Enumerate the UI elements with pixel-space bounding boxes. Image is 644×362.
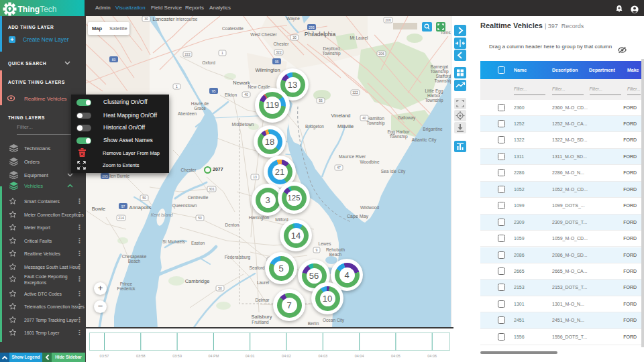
svg-text:301: 301 xyxy=(209,187,215,191)
svg-text:206: 206 xyxy=(378,52,384,56)
svg-text:Harrington: Harrington xyxy=(249,215,270,221)
svg-text:Ocean City: Ocean City xyxy=(323,318,345,323)
svg-text:Laurel: Laurel xyxy=(257,280,270,285)
svg-text:95: 95 xyxy=(275,60,279,64)
svg-text:97: 97 xyxy=(121,204,125,208)
svg-text:Denton: Denton xyxy=(225,223,239,227)
svg-text:Harbor: Harbor xyxy=(427,93,441,98)
svg-text:95: 95 xyxy=(212,89,216,93)
svg-text:Bowie: Bowie xyxy=(92,206,105,212)
svg-text:04:02: 04:02 xyxy=(282,354,291,358)
svg-text:295: 295 xyxy=(309,25,315,29)
svg-text:03:57: 03:57 xyxy=(100,354,109,358)
svg-text:Millville: Millville xyxy=(337,123,354,129)
svg-text:St Michaels: St Michaels xyxy=(162,239,185,244)
svg-text:03:59: 03:59 xyxy=(172,354,182,358)
svg-text:ThingTech: ThingTech xyxy=(18,5,57,14)
svg-text:55: 55 xyxy=(319,99,323,103)
svg-text:Woodbine: Woodbine xyxy=(360,160,380,164)
svg-text:Havre de: Havre de xyxy=(191,101,209,106)
svg-text:83: 83 xyxy=(112,58,116,62)
svg-text:Bridgeton: Bridgeton xyxy=(305,124,324,129)
svg-text:50: 50 xyxy=(198,216,202,220)
svg-text:Chester: Chester xyxy=(274,42,290,46)
svg-text:30: 30 xyxy=(144,17,148,21)
svg-text:214: 214 xyxy=(118,216,124,220)
svg-text:Wilmington: Wilmington xyxy=(255,67,280,73)
svg-text:Annapolis: Annapolis xyxy=(129,204,152,210)
svg-text:322: 322 xyxy=(352,90,358,95)
svg-text:West Chester: West Chester xyxy=(250,32,277,37)
svg-text:Oxford: Oxford xyxy=(202,60,215,65)
svg-text:Township: Township xyxy=(434,78,451,84)
svg-text:1: 1 xyxy=(176,84,178,88)
svg-text:Grace: Grace xyxy=(194,106,206,111)
svg-text:04 PM: 04 PM xyxy=(208,354,219,358)
svg-text:50: 50 xyxy=(218,286,222,290)
svg-text:Brigantine: Brigantine xyxy=(423,127,443,132)
svg-text:Centreville: Centreville xyxy=(188,195,209,200)
svg-text:04:04: 04:04 xyxy=(355,354,364,358)
svg-text:Middletown: Middletown xyxy=(232,122,254,127)
svg-text:Intercourse: Intercourse xyxy=(176,17,198,21)
svg-text:Fruitland: Fruitland xyxy=(252,320,269,324)
svg-text:Maurice River: Maurice River xyxy=(339,154,366,159)
svg-text:04:06: 04:06 xyxy=(427,354,437,358)
svg-text:Berlin: Berlin xyxy=(308,321,319,326)
svg-text:Township: Township xyxy=(322,51,340,56)
svg-text:13: 13 xyxy=(253,175,257,179)
svg-text:295: 295 xyxy=(102,174,108,178)
svg-text:04:05: 04:05 xyxy=(391,354,400,358)
svg-text:Vineland: Vineland xyxy=(331,113,350,119)
svg-text:Township: Township xyxy=(389,134,407,139)
svg-text:Stafford: Stafford xyxy=(436,74,451,78)
svg-text:04:03: 04:03 xyxy=(318,354,327,358)
svg-text:47: 47 xyxy=(337,166,341,170)
svg-text:Chester: Chester xyxy=(181,168,197,172)
svg-text:1: 1 xyxy=(221,51,223,55)
svg-text:206: 206 xyxy=(385,18,391,22)
svg-text:Township: Township xyxy=(425,98,443,103)
svg-text:Coatesville: Coatesville xyxy=(222,26,244,31)
svg-text:40: 40 xyxy=(362,116,366,120)
svg-text:Beach: Beach xyxy=(128,259,141,263)
svg-text:Seaford: Seaford xyxy=(250,265,265,270)
svg-text:Frederick: Frederick xyxy=(117,286,136,291)
svg-text:Federalsburg: Federalsburg xyxy=(225,255,251,260)
svg-text:Sea Isle City: Sea Isle City xyxy=(381,169,406,174)
svg-text:Atlantic City: Atlantic City xyxy=(412,137,437,143)
svg-text:04:01: 04:01 xyxy=(246,354,255,358)
svg-text:50: 50 xyxy=(142,196,146,200)
svg-text:Elkton: Elkton xyxy=(225,93,237,97)
svg-text:Cape May: Cape May xyxy=(347,214,368,219)
svg-text:Wayne: Wayne xyxy=(286,16,300,21)
svg-text:Beach: Beach xyxy=(329,252,342,257)
svg-text:Galloway: Galloway xyxy=(398,115,416,121)
svg-text:40: 40 xyxy=(244,93,248,97)
svg-text:Salisbury: Salisbury xyxy=(252,314,272,320)
svg-text:Prince: Prince xyxy=(120,282,133,286)
svg-text:Lewes: Lewes xyxy=(319,241,332,246)
svg-text:Lancaster: Lancaster xyxy=(153,16,175,22)
svg-text:Philadelphia: Philadelphia xyxy=(305,31,336,38)
svg-text:Mt Laurel: Mt Laurel xyxy=(350,36,368,40)
svg-text:222: 222 xyxy=(184,52,191,56)
svg-text:30: 30 xyxy=(292,36,297,40)
svg-text:Queenstown: Queenstown xyxy=(172,203,197,208)
svg-text:Delmar: Delmar xyxy=(256,298,270,302)
svg-text:Kent Island: Kent Island xyxy=(151,213,173,217)
svg-text:Township: Township xyxy=(366,121,384,126)
svg-text:Cambridge: Cambridge xyxy=(185,278,210,284)
svg-text:03:58: 03:58 xyxy=(136,354,146,358)
svg-text:Glen Burnie: Glen Burnie xyxy=(107,174,130,178)
svg-text:9: 9 xyxy=(316,248,318,252)
svg-text:322: 322 xyxy=(276,50,282,54)
svg-text:Rehoboth: Rehoboth xyxy=(326,247,345,252)
svg-text:Aberdeen: Aberdeen xyxy=(178,111,197,116)
svg-text:Easton: Easton xyxy=(191,241,205,245)
svg-text:Hamilton: Hamilton xyxy=(367,116,384,121)
svg-text:Wildwood: Wildwood xyxy=(360,205,380,210)
